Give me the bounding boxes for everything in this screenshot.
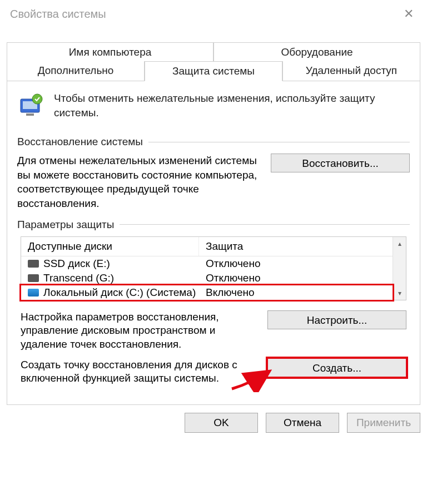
drive-status: Отключено — [206, 258, 386, 270]
drive-row-highlighted[interactable]: Локальный диск (C:) (Система) Включено — [19, 284, 394, 302]
drive-status: Отключено — [206, 272, 386, 284]
configure-button[interactable]: Настроить... — [267, 310, 406, 329]
drives-header-status[interactable]: Защита — [199, 237, 393, 256]
create-button[interactable]: Создать... — [267, 358, 406, 377]
tab-advanced[interactable]: Дополнительно — [7, 61, 145, 81]
drive-status: Включено — [206, 286, 386, 299]
drive-name: SSD диск (E:) — [43, 258, 110, 270]
group-params-title: Параметры защиты — [17, 219, 114, 231]
restore-button[interactable]: Восстановить... — [271, 154, 410, 172]
shield-monitor-icon — [17, 91, 46, 120]
dialog-footer: OK Отмена Применить — [0, 405, 427, 441]
svg-point-2 — [32, 94, 42, 104]
intro-text: Чтобы отменить нежелательные изменения, … — [54, 91, 410, 120]
tab-panel: Чтобы отменить нежелательные изменения, … — [7, 81, 420, 405]
scroll-up-icon[interactable]: ▴ — [393, 237, 406, 250]
create-description: Создать точку восстановления для дисков … — [21, 358, 260, 386]
restore-description: Для отмены нежелательных изменений систе… — [17, 154, 257, 211]
divider — [120, 224, 410, 225]
window-title: Свойства системы — [10, 8, 106, 21]
drive-name: Transcend (G:) — [43, 272, 114, 284]
group-restore-label: Восстановление системы — [17, 136, 410, 148]
title-bar: Свойства системы ✕ — [0, 0, 427, 30]
group-params-label: Параметры защиты — [17, 219, 410, 231]
drives-list: Доступные диски Защита SSD диск (E:) Отк… — [21, 236, 406, 300]
drive-row[interactable]: SSD диск (E:) Отключено — [21, 256, 393, 271]
tab-computer-name[interactable]: Имя компьютера — [7, 42, 214, 62]
scrollbar[interactable]: ▴ ▾ — [393, 237, 406, 300]
drives-header-name[interactable]: Доступные диски — [21, 237, 199, 256]
svg-rect-3 — [26, 113, 34, 116]
drive-name: Локальный диск (C:) (Система) — [43, 286, 196, 299]
group-restore-title: Восстановление системы — [17, 136, 143, 148]
divider — [148, 142, 410, 142]
system-drive-icon — [28, 289, 39, 297]
scroll-down-icon[interactable]: ▾ — [393, 286, 406, 300]
tab-hardware[interactable]: Оборудование — [214, 42, 420, 62]
cancel-button[interactable]: Отмена — [266, 413, 339, 433]
close-icon[interactable]: ✕ — [398, 4, 419, 23]
drive-icon — [28, 260, 39, 268]
tab-remote[interactable]: Удаленный доступ — [282, 61, 420, 81]
tab-system-protection[interactable]: Защита системы — [145, 61, 282, 81]
configure-description: Настройка параметров восстановления, упр… — [21, 310, 260, 352]
ok-button[interactable]: OK — [185, 413, 258, 433]
drive-icon — [28, 274, 39, 282]
tab-container: Имя компьютера Оборудование Дополнительн… — [7, 42, 420, 81]
apply-button[interactable]: Применить — [347, 413, 420, 433]
